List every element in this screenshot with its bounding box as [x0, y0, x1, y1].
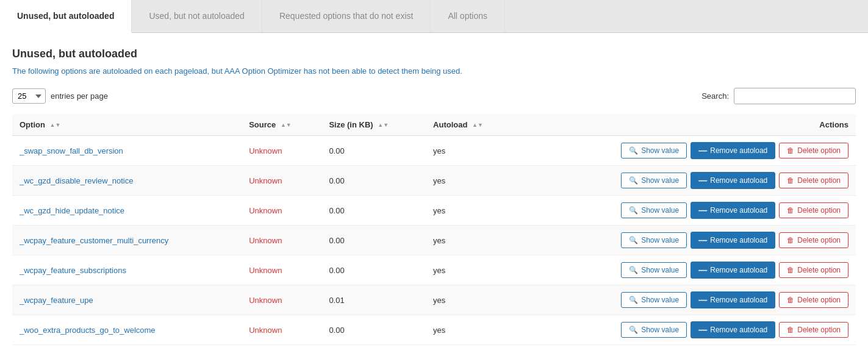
actions-cell-5: 🔍 Show value — Remove autoload 🗑 Delete …	[523, 291, 848, 308]
actions-cell-0: 🔍 Show value — Remove autoload 🗑 Delete …	[523, 142, 848, 159]
cell-option-1: _wc_gzd_disable_review_notice	[12, 166, 242, 196]
cell-autoload-4: yes	[426, 255, 516, 285]
remove-autoload-button[interactable]: — Remove autoload	[690, 232, 775, 249]
remove-autoload-button[interactable]: — Remove autoload	[690, 202, 775, 219]
remove-autoload-button[interactable]: — Remove autoload	[690, 262, 775, 279]
delete-option-button[interactable]: 🗑 Delete option	[779, 202, 848, 218]
trash-icon: 🗑	[787, 296, 794, 304]
show-value-button[interactable]: 🔍 Show value	[621, 143, 687, 159]
cell-size-5: 0.01	[321, 285, 426, 315]
trash-icon: 🗑	[787, 206, 794, 215]
cell-autoload-5: yes	[426, 285, 516, 315]
actions-cell-1: 🔍 Show value — Remove autoload 🗑 Delete …	[523, 172, 848, 189]
search-input[interactable]	[734, 88, 856, 104]
delete-option-button[interactable]: 🗑 Delete option	[779, 322, 848, 338]
sort-icon-autoload: ▲▼	[472, 123, 483, 128]
table-row: _wc_gzd_disable_review_notice Unknown 0.…	[12, 166, 856, 196]
table-body: _swap_snow_fall_db_version Unknown 0.00 …	[12, 136, 856, 345]
tab-used[interactable]: Used, but not autoloaded	[132, 0, 262, 32]
cell-size-0: 0.00	[321, 136, 426, 166]
cell-option-4: _wcpay_feature_subscriptions	[12, 255, 242, 285]
table-row: _swap_snow_fall_db_version Unknown 0.00 …	[12, 136, 856, 166]
trash-icon: 🗑	[787, 176, 794, 185]
tab-unused[interactable]: Unused, but autoloaded	[0, 0, 132, 33]
cell-actions-3: 🔍 Show value — Remove autoload 🗑 Delete …	[516, 226, 856, 255]
cell-size-6: 0.00	[321, 315, 426, 345]
show-value-button[interactable]: 🔍 Show value	[621, 202, 687, 218]
header-row: Option ▲▼ Source ▲▼ Size (in KB) ▲▼ Auto…	[12, 114, 856, 136]
show-value-button[interactable]: 🔍 Show value	[621, 232, 687, 248]
cell-option-2: _wc_gzd_hide_update_notice	[12, 196, 242, 226]
delete-option-button[interactable]: 🗑 Delete option	[779, 143, 848, 159]
trash-icon: 🗑	[787, 266, 794, 274]
col-option[interactable]: Option ▲▼	[12, 114, 242, 136]
search-label: Search:	[701, 91, 729, 101]
cell-actions-5: 🔍 Show value — Remove autoload 🗑 Delete …	[516, 285, 856, 315]
cell-source-6: Unknown	[242, 315, 321, 345]
cell-source-5: Unknown	[242, 285, 321, 315]
cell-autoload-2: yes	[426, 196, 516, 226]
minus-icon: —	[698, 325, 707, 335]
col-source[interactable]: Source ▲▼	[242, 114, 321, 136]
minus-icon: —	[698, 265, 707, 275]
cell-autoload-0: yes	[426, 136, 516, 166]
entries-per-page-select[interactable]: 25 50 100	[12, 88, 46, 104]
cell-source-0: Unknown	[242, 136, 321, 166]
delete-option-button[interactable]: 🗑 Delete option	[779, 173, 848, 188]
remove-autoload-button[interactable]: — Remove autoload	[690, 172, 775, 189]
search-icon: 🔍	[629, 296, 638, 304]
delete-option-button[interactable]: 🗑 Delete option	[779, 292, 848, 308]
search-icon: 🔍	[629, 176, 638, 185]
cell-source-1: Unknown	[242, 166, 321, 196]
cell-autoload-6: yes	[426, 315, 516, 345]
cell-size-3: 0.00	[321, 226, 426, 255]
remove-autoload-button[interactable]: — Remove autoload	[690, 321, 775, 338]
cell-source-3: Unknown	[242, 226, 321, 255]
table-row: _wcpay_feature_upe Unknown 0.01 yes 🔍 Sh…	[12, 285, 856, 315]
search-icon: 🔍	[629, 206, 638, 215]
sort-icon-size: ▲▼	[378, 123, 389, 128]
cell-autoload-3: yes	[426, 226, 516, 255]
tabs-bar: Unused, but autoloadedUsed, but not auto…	[0, 0, 868, 33]
search-row: Search:	[701, 88, 856, 104]
table-row: _wc_gzd_hide_update_notice Unknown 0.00 …	[12, 196, 856, 226]
main-content: Unused, but autoloaded The following opt…	[0, 33, 868, 353]
show-value-button[interactable]: 🔍 Show value	[621, 322, 687, 338]
trash-icon: 🗑	[787, 236, 794, 244]
options-table: Option ▲▼ Source ▲▼ Size (in KB) ▲▼ Auto…	[12, 114, 856, 345]
controls-row: 25 50 100 entries per page Search:	[12, 88, 856, 104]
cell-option-0: _swap_snow_fall_db_version	[12, 136, 242, 166]
minus-icon: —	[698, 235, 707, 245]
actions-cell-2: 🔍 Show value — Remove autoload 🗑 Delete …	[523, 202, 848, 219]
show-value-button[interactable]: 🔍 Show value	[621, 292, 687, 308]
search-icon: 🔍	[629, 266, 638, 274]
search-icon: 🔍	[629, 146, 638, 155]
col-autoload[interactable]: Autoload ▲▼	[426, 114, 516, 136]
actions-cell-6: 🔍 Show value — Remove autoload 🗑 Delete …	[523, 321, 848, 338]
tab-all[interactable]: All options	[431, 0, 505, 32]
delete-option-button[interactable]: 🗑 Delete option	[779, 262, 848, 278]
cell-option-5: _wcpay_feature_upe	[12, 285, 242, 315]
search-icon: 🔍	[629, 326, 638, 334]
cell-actions-2: 🔍 Show value — Remove autoload 🗑 Delete …	[516, 196, 856, 226]
col-size[interactable]: Size (in KB) ▲▼	[321, 114, 426, 136]
cell-actions-4: 🔍 Show value — Remove autoload 🗑 Delete …	[516, 255, 856, 285]
tab-requested[interactable]: Requested options that do not exist	[262, 0, 431, 32]
search-icon: 🔍	[629, 236, 638, 244]
delete-option-button[interactable]: 🗑 Delete option	[779, 232, 848, 248]
show-value-button[interactable]: 🔍 Show value	[621, 173, 687, 188]
cell-actions-0: 🔍 Show value — Remove autoload 🗑 Delete …	[516, 136, 856, 166]
minus-icon: —	[698, 176, 707, 185]
cell-option-3: _wcpay_feature_customer_multi_currency	[12, 226, 242, 255]
actions-cell-3: 🔍 Show value — Remove autoload 🗑 Delete …	[523, 232, 848, 249]
minus-icon: —	[698, 146, 707, 155]
remove-autoload-button[interactable]: — Remove autoload	[690, 291, 775, 308]
cell-size-1: 0.00	[321, 166, 426, 196]
entries-label: entries per page	[51, 91, 108, 101]
show-value-button[interactable]: 🔍 Show value	[621, 262, 687, 278]
entries-left: 25 50 100 entries per page	[12, 88, 108, 104]
cell-source-4: Unknown	[242, 255, 321, 285]
cell-size-2: 0.00	[321, 196, 426, 226]
remove-autoload-button[interactable]: — Remove autoload	[690, 142, 775, 159]
table-row: _wcpay_feature_subscriptions Unknown 0.0…	[12, 255, 856, 285]
